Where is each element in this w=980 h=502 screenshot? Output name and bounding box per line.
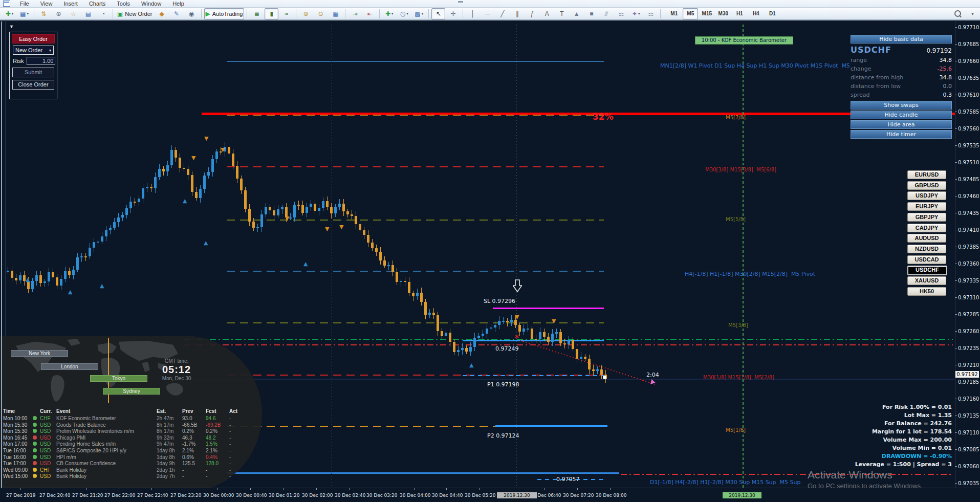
- timeframe-m5[interactable]: M5: [683, 8, 698, 19]
- symbol-button-eurjpy[interactable]: EURJPY: [907, 202, 946, 211]
- terminal-button[interactable]: ▤: [81, 8, 95, 19]
- news-cell: Mon 17:00: [3, 441, 33, 447]
- hide-basic-data-button[interactable]: Hide basic data: [851, 35, 952, 43]
- metaeditor-button[interactable]: ✎: [170, 8, 184, 19]
- candle-body: [457, 350, 460, 352]
- price-label: 0.97135: [958, 413, 979, 419]
- timeframe-d1[interactable]: D1: [765, 8, 780, 19]
- symbol-button-usdcad[interactable]: USDCAD: [907, 255, 946, 264]
- arrow-object-button[interactable]: ▲: [570, 8, 583, 19]
- price-label: 0.97660: [958, 58, 979, 64]
- menu-item-help[interactable]: Help: [167, 1, 190, 7]
- fibonacci-button[interactable]: ƒ: [525, 8, 539, 19]
- candlestick-button[interactable]: ▮: [265, 8, 278, 19]
- timeframe-m30[interactable]: M30: [715, 8, 731, 19]
- candle-body: [60, 279, 62, 285]
- indicators-button[interactable]: ✚▾: [382, 8, 396, 19]
- new-chart-button[interactable]: ✚▾: [3, 8, 16, 19]
- news-row: Mon 16:45USDChicago PMI9h 32m46.348.2-: [3, 435, 243, 441]
- menu-item-view[interactable]: View: [35, 1, 58, 7]
- line-chart-button[interactable]: ≈: [279, 8, 293, 19]
- timeframe-m15[interactable]: M15: [699, 8, 714, 19]
- news-cell: -: [206, 473, 229, 479]
- autotrading-button[interactable]: ▶AutoTrading: [204, 8, 245, 19]
- news-cell: 9h 47m: [157, 441, 182, 447]
- new-order-button[interactable]: ▣New Order: [116, 8, 154, 19]
- periods-button[interactable]: ◷▾: [397, 8, 411, 19]
- tile-windows-button[interactable]: ▦: [329, 8, 342, 19]
- symbol-button-cadjpy[interactable]: CADJPY: [907, 224, 946, 232]
- news-cell: Wed 15:00: [3, 473, 33, 479]
- symbol-button-xauusd[interactable]: XAUUSD: [907, 276, 946, 285]
- search-icon[interactable]: [951, 8, 965, 19]
- strategy-tester-button[interactable]: ◔: [96, 8, 110, 19]
- symbol-button-gbpusd[interactable]: GBPUSD: [907, 181, 946, 190]
- hide-candle-button[interactable]: Hide candle: [851, 111, 952, 119]
- menu-item-charts[interactable]: Charts: [83, 1, 111, 7]
- market-watch-button[interactable]: ⇅: [37, 8, 51, 19]
- symbol-button-audusd[interactable]: AUDUSD: [907, 234, 946, 243]
- news-cell: [33, 408, 40, 414]
- trendline-button[interactable]: ╱: [495, 8, 509, 19]
- templates-icon: ▩: [415, 10, 420, 17]
- order-type-value: New Order: [15, 47, 42, 53]
- vline-button[interactable]: │: [466, 8, 480, 19]
- menu-item-window[interactable]: Window: [136, 1, 167, 7]
- hide-area-button[interactable]: Hide area: [851, 120, 952, 129]
- auto-scroll-button[interactable]: ⇥: [348, 8, 362, 19]
- arrows-set-button[interactable]: ✦▾: [629, 8, 643, 19]
- price-tick: [955, 432, 957, 433]
- price-tick: [955, 399, 957, 399]
- zoom-out-button[interactable]: ⊖: [314, 8, 328, 19]
- panel-collapse-icon[interactable]: ▼: [9, 24, 14, 29]
- templates-button[interactable]: ▩▾: [412, 8, 426, 19]
- price-tick: [955, 44, 957, 45]
- profiles-button[interactable]: ▦▾: [17, 8, 31, 19]
- menu-item-file[interactable]: File: [14, 1, 35, 7]
- price-tick: [955, 230, 957, 230]
- cursor-button[interactable]: ↖: [431, 8, 445, 19]
- news-cell: 0.2%: [206, 428, 229, 434]
- chart-shift-button[interactable]: ⇤: [363, 8, 377, 19]
- hide-timer-button[interactable]: Hide timer: [851, 130, 952, 139]
- timeframe-h1[interactable]: H1: [732, 8, 747, 19]
- crosshair-button[interactable]: ✛: [446, 8, 460, 19]
- timeframe-h4[interactable]: H4: [748, 8, 764, 19]
- hatch-button[interactable]: ⫻: [599, 8, 613, 19]
- bar-chart-button[interactable]: ≣: [250, 8, 264, 19]
- show-swaps-button[interactable]: Show swaps: [851, 101, 952, 110]
- symbol-button-usdjpy[interactable]: USDJPY: [907, 191, 946, 200]
- timeframe-m1[interactable]: M1: [666, 8, 682, 19]
- close-order-button[interactable]: Close Order: [12, 80, 54, 90]
- text-button[interactable]: A: [540, 8, 554, 19]
- script-button[interactable]: ◆: [155, 8, 169, 19]
- indicators-icon: ✚: [385, 10, 390, 17]
- symbol-button-eurusd[interactable]: EURUSD: [907, 170, 946, 179]
- symbol-button-nzdusd[interactable]: NZDUSD: [907, 245, 946, 253]
- dots-button[interactable]: ⚏: [644, 8, 658, 19]
- candle-body: [109, 228, 112, 230]
- menu-item-insert[interactable]: Insert: [58, 1, 83, 7]
- hline-button[interactable]: ─: [481, 8, 494, 19]
- order-type-select[interactable]: New Order ▾: [13, 46, 54, 55]
- shapes-button[interactable]: ■: [584, 8, 598, 19]
- data-window-button[interactable]: ⊕: [52, 8, 66, 19]
- navigator-button[interactable]: ☆: [67, 8, 80, 19]
- zoom-in-button[interactable]: ⊕: [299, 8, 313, 19]
- candle-body: [572, 340, 574, 349]
- candle-body: [19, 275, 21, 280]
- symbol-button-hk50[interactable]: HK50: [907, 287, 946, 296]
- submit-button[interactable]: Submit: [12, 68, 54, 77]
- news-cell: CB Consumer Confidence: [56, 461, 157, 467]
- symbol-button-gbpjpy[interactable]: GBPJPY: [907, 213, 946, 222]
- symbol-button-usdchf[interactable]: USDCHF: [907, 266, 947, 275]
- menu-item-tools[interactable]: Tools: [111, 1, 136, 7]
- grid-button[interactable]: ⚏: [614, 8, 628, 19]
- label-button[interactable]: T: [555, 8, 569, 19]
- toolbar-overflow-icon[interactable]: ▾: [966, 8, 979, 19]
- risk-input[interactable]: [27, 57, 55, 65]
- channel-button[interactable]: ∥: [510, 8, 524, 19]
- time-axis[interactable]: 27 Dec 201927 Dec 20:4027 Dec 21:2027 De…: [0, 488, 980, 502]
- grid-icon: ⚏: [618, 10, 624, 17]
- webinar-button[interactable]: ◉: [185, 8, 199, 19]
